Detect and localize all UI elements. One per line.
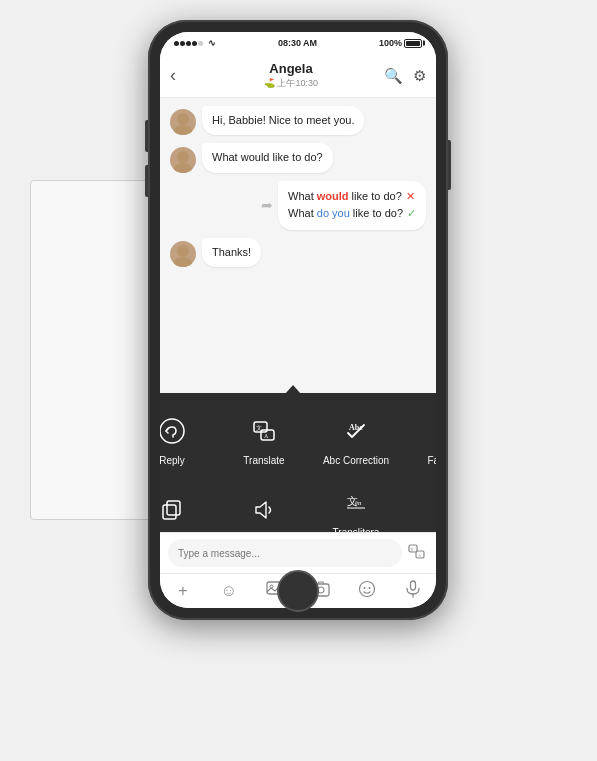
translate-label: Translate bbox=[243, 454, 284, 467]
correction-bubble: What would like to do?✕ What do you like… bbox=[278, 181, 426, 230]
svg-marker-14 bbox=[256, 502, 266, 518]
power-button bbox=[448, 140, 451, 190]
nav-bar: ‹ Angela ⛳ 上午10:30 🔍 ⚙ bbox=[160, 54, 436, 98]
message-bubble-1: Hi, Babbie! Nice to meet you. bbox=[202, 106, 364, 135]
message-row-1: Hi, Babbie! Nice to meet you. bbox=[170, 106, 426, 135]
speak-icon bbox=[246, 492, 282, 528]
avatar-1 bbox=[170, 109, 196, 135]
svg-point-6 bbox=[160, 419, 184, 443]
svg-text:Abc: Abc bbox=[349, 423, 363, 432]
message-text-4: Thanks! bbox=[212, 246, 251, 258]
svg-point-3 bbox=[174, 163, 192, 173]
message-row-2: What would like to do? bbox=[170, 143, 426, 172]
menu-item-reply[interactable]: Reply bbox=[160, 403, 218, 475]
signal-dots bbox=[174, 38, 204, 48]
nav-center: Angela ⛳ 上午10:30 bbox=[264, 61, 318, 90]
copy-icon bbox=[160, 492, 190, 528]
correct-phrase: do you bbox=[317, 207, 350, 219]
reply-icon bbox=[160, 413, 190, 449]
message-text-1: Hi, Babbie! Nice to meet you. bbox=[212, 114, 354, 126]
correction-label: Abc Correction bbox=[323, 454, 389, 467]
wrong-line: What would like to do?✕ bbox=[288, 188, 416, 206]
x-mark: ✕ bbox=[406, 190, 415, 202]
contact-name: Angela bbox=[264, 61, 318, 77]
favorites-label: Favorites bbox=[427, 454, 436, 467]
correction-icon: Abc bbox=[338, 413, 374, 449]
svg-point-5 bbox=[174, 257, 192, 267]
svg-point-2 bbox=[177, 151, 189, 163]
sticker-button[interactable] bbox=[352, 580, 382, 602]
svg-point-28 bbox=[364, 587, 366, 589]
message-row-4: Thanks! bbox=[170, 238, 426, 267]
svg-text:A: A bbox=[418, 552, 421, 557]
settings-icon[interactable]: ⚙ bbox=[413, 67, 426, 85]
svg-point-4 bbox=[177, 245, 189, 257]
back-button[interactable]: ‹ bbox=[170, 65, 198, 86]
wen-icon: 文 ēn bbox=[338, 485, 374, 521]
emoji-button[interactable]: ☺ bbox=[214, 582, 244, 600]
svg-text:A: A bbox=[264, 433, 269, 439]
home-button[interactable] bbox=[277, 570, 319, 612]
menu-item-more[interactable]: More bbox=[402, 475, 436, 532]
svg-text:文: 文 bbox=[410, 546, 414, 551]
svg-rect-12 bbox=[163, 505, 176, 519]
battery-percent: 100% bbox=[379, 38, 402, 48]
scene: ∿ 08:30 AM 100% ‹ Angela ⛳ 上午10:30 bbox=[0, 0, 597, 761]
battery-icon bbox=[404, 39, 422, 48]
more-icon bbox=[430, 492, 436, 528]
svg-point-29 bbox=[369, 587, 371, 589]
search-icon[interactable]: 🔍 bbox=[384, 67, 403, 85]
contact-time: ⛳ 上午10:30 bbox=[264, 77, 318, 90]
menu-item-copy[interactable]: Copy bbox=[160, 475, 218, 532]
phone-shell: ∿ 08:30 AM 100% ‹ Angela ⛳ 上午10:30 bbox=[148, 20, 448, 620]
wifi-icon: ∿ bbox=[208, 38, 216, 48]
reply-label: Reply bbox=[160, 454, 185, 467]
menu-item-favorites[interactable]: Favorites bbox=[402, 403, 436, 475]
mic-button[interactable] bbox=[398, 580, 428, 602]
wrong-word: would bbox=[317, 190, 349, 202]
status-right: 100% bbox=[379, 38, 422, 48]
avatar-4 bbox=[170, 241, 196, 267]
bookmark-icon bbox=[430, 413, 436, 449]
transliteration-label: Transliteration bbox=[333, 526, 380, 532]
context-menu: Reply 文 A Translate bbox=[160, 393, 436, 532]
menu-item-speak[interactable]: Speak bbox=[218, 475, 310, 532]
correct-line: What do you like to do?✓ bbox=[288, 205, 416, 223]
svg-point-27 bbox=[360, 582, 375, 597]
menu-item-correction[interactable]: Abc Abc Correction bbox=[310, 403, 402, 475]
message-text-2: What would like to do? bbox=[212, 151, 323, 163]
menu-item-translate[interactable]: 文 A Translate bbox=[218, 403, 310, 475]
svg-point-1 bbox=[174, 125, 192, 135]
message-bubble-4: Thanks! bbox=[202, 238, 261, 267]
check-mark: ✓ bbox=[407, 207, 416, 219]
forward-icon: ➦ bbox=[261, 197, 273, 213]
message-bubble-2: What would like to do? bbox=[202, 143, 333, 172]
svg-point-24 bbox=[270, 585, 273, 588]
menu-item-transliteration[interactable]: 文 ēn Transliteration bbox=[310, 475, 402, 532]
message-row-3: ➦ What would like to do?✕ What do you li… bbox=[170, 181, 426, 230]
nav-icons: 🔍 ⚙ bbox=[384, 67, 426, 85]
compose-translate-icon[interactable]: 文 A bbox=[406, 543, 428, 564]
svg-rect-13 bbox=[167, 501, 180, 515]
svg-rect-30 bbox=[411, 581, 416, 590]
svg-text:ēn: ēn bbox=[355, 499, 362, 507]
compose-bar: 文 A bbox=[160, 532, 436, 573]
avatar-2 bbox=[170, 147, 196, 173]
status-left: ∿ bbox=[174, 38, 216, 48]
vol-down-button bbox=[145, 165, 148, 197]
translate-icon: 文 A bbox=[246, 413, 282, 449]
svg-point-0 bbox=[177, 113, 189, 125]
add-button[interactable]: + bbox=[168, 582, 198, 600]
status-time: 08:30 AM bbox=[278, 38, 317, 48]
screen: ∿ 08:30 AM 100% ‹ Angela ⛳ 上午10:30 bbox=[160, 32, 436, 608]
chat-area: Hi, Babbie! Nice to meet you. What would… bbox=[160, 98, 436, 532]
message-input[interactable] bbox=[168, 539, 402, 567]
status-bar: ∿ 08:30 AM 100% bbox=[160, 32, 436, 54]
